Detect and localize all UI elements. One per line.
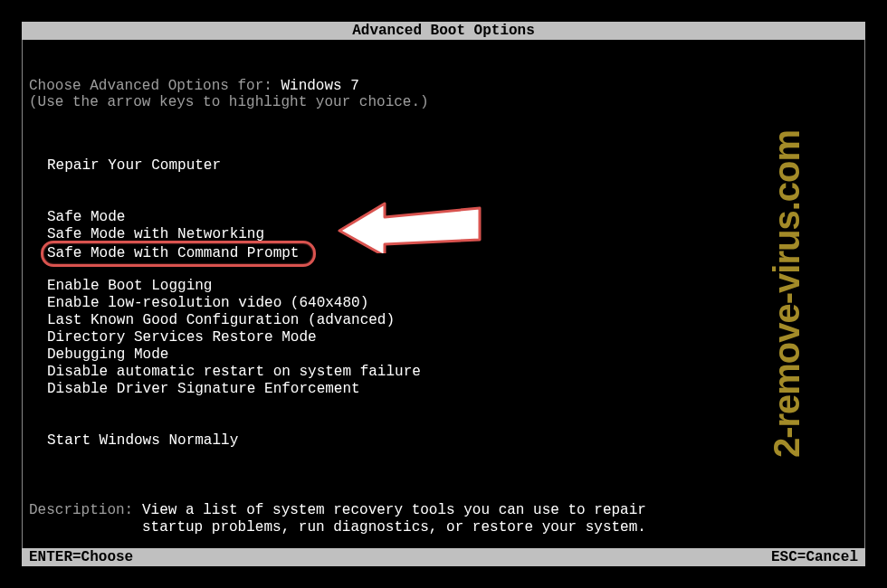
title-bar: Advanced Boot Options: [22, 22, 865, 40]
menu-safe-mode[interactable]: Safe Mode: [47, 209, 125, 226]
content-area: Choose Advanced Options for: Windows 7 (…: [22, 40, 865, 545]
boot-menu[interactable]: Repair Your Computer Safe Mode Safe Mode…: [29, 157, 858, 450]
menu-repair-computer[interactable]: Repair Your Computer: [47, 157, 221, 175]
menu-debugging[interactable]: Debugging Mode: [47, 346, 168, 364]
menu-disable-auto-restart[interactable]: Disable automatic restart on system fail…: [47, 364, 421, 381]
footer-bar: ENTER=Choose ESC=Cancel: [22, 548, 865, 566]
description-block: Description: View a list of system recov…: [29, 502, 858, 536]
window-title: Advanced Boot Options: [352, 23, 535, 39]
menu-disable-sig-enforce[interactable]: Disable Driver Signature Enforcement: [47, 381, 360, 398]
menu-ds-restore[interactable]: Directory Services Restore Mode: [47, 329, 317, 346]
footer-esc: ESC=Cancel: [771, 548, 858, 566]
menu-low-res-video[interactable]: Enable low-resolution video (640x480): [47, 295, 368, 312]
choose-line: Choose Advanced Options for: Windows 7: [29, 78, 858, 94]
os-name: Windows 7: [281, 78, 358, 94]
menu-start-normally[interactable]: Start Windows Normally: [47, 432, 238, 450]
description-label: Description:: [29, 502, 142, 518]
hint-line: (Use the arrow keys to highlight your ch…: [29, 94, 858, 110]
menu-boot-logging[interactable]: Enable Boot Logging: [47, 278, 212, 295]
menu-last-known-good[interactable]: Last Known Good Configuration (advanced): [47, 312, 395, 329]
highlighted-menu-item[interactable]: Safe Mode with Command Prompt: [41, 241, 316, 267]
menu-safe-mode-cmd[interactable]: Safe Mode with Command Prompt: [47, 245, 299, 262]
description-text: View a list of system recovery tools you…: [142, 502, 646, 536]
footer-enter: ENTER=Choose: [29, 548, 133, 566]
